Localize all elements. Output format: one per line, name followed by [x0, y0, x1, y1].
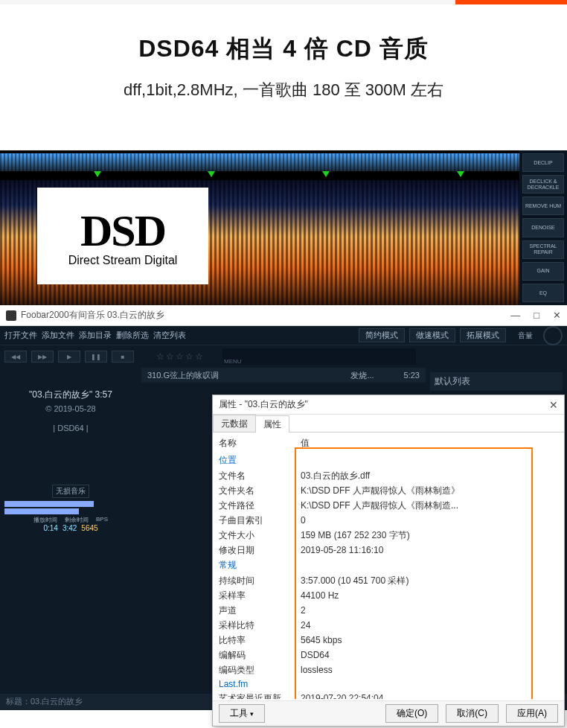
- spectral-repair-button[interactable]: SPECTRAL REPAIR: [522, 240, 564, 259]
- track-date: © 2019-05-28: [4, 404, 137, 413]
- ok-button[interactable]: 确定(O): [385, 704, 438, 723]
- simple-mode-button[interactable]: 简约模式: [359, 328, 405, 342]
- vu-meters: 播放时间 剩余时间 BPS 0:14 3:42 5645: [4, 501, 137, 532]
- moddate-label: 修改日期: [219, 543, 301, 557]
- close-button[interactable]: ✕: [553, 310, 561, 321]
- spectral-tools: DECLIP DECLICK & DECRACKLE REMOVE HUM DE…: [519, 150, 567, 305]
- rating-stars[interactable]: ☆☆☆☆☆: [156, 351, 205, 362]
- folder-value: K:\DSD DFF 人声靓得惊人《雨林制造》: [301, 484, 558, 497]
- prev-button[interactable]: ◀◀: [4, 351, 27, 363]
- clear-list-menu[interactable]: 清空列表: [153, 330, 186, 341]
- bps-label: BPS: [96, 516, 108, 524]
- song-artist: 发烧...: [350, 370, 374, 381]
- path-value: K:\DSD DFF 人声靓得惊人《雨林制造...: [301, 499, 558, 512]
- enctype-label: 编码类型: [219, 663, 301, 677]
- samplerate-value: 44100 Hz: [301, 589, 558, 602]
- tab-metadata[interactable]: 元数据: [213, 415, 256, 432]
- declick-button[interactable]: DECLICK & DECRACKLE: [522, 175, 564, 194]
- bitrate-label: 比特率: [219, 633, 301, 647]
- remain-label: 剩余时间: [65, 516, 89, 524]
- loop-markers: [0, 171, 519, 179]
- format-badge: | DSD64 |: [4, 424, 137, 432]
- add-folder-menu[interactable]: 添加目录: [79, 330, 112, 341]
- samplebits-value: 24: [301, 619, 558, 632]
- dialog-titlebar[interactable]: 属性 - "03.白云的故乡" ✕: [213, 395, 564, 415]
- remove-selected-menu[interactable]: 删除所选: [116, 330, 149, 341]
- add-file-menu[interactable]: 添加文件: [42, 330, 74, 341]
- section-lastfm: Last.fm: [219, 677, 558, 691]
- filesize-value: 159 MB (167 252 230 字节): [301, 529, 558, 542]
- minimize-button[interactable]: —: [510, 310, 520, 321]
- col-name-header: 名称: [219, 437, 301, 450]
- extend-mode-button[interactable]: 拓展模式: [460, 328, 506, 342]
- subidx-label: 子曲目索引: [219, 514, 301, 527]
- pause-button[interactable]: ❚❚: [85, 351, 107, 363]
- dsd-logo-text: DSD: [80, 205, 165, 257]
- declip-button[interactable]: DECLIP: [522, 153, 564, 172]
- dialog-content: 名称值 位置 文件名03.白云的故乡.dff 文件夹名K:\DSD DFF 人声…: [214, 432, 563, 699]
- filesize-label: 文件大小: [219, 529, 301, 542]
- duration-label: 持续时间: [219, 574, 301, 587]
- maximize-button[interactable]: □: [534, 310, 539, 321]
- codec-label: 编解码: [219, 648, 301, 662]
- samplerate-label: 采样率: [219, 589, 301, 602]
- waveform-strip: [0, 153, 519, 171]
- apply-button[interactable]: 应用(A): [506, 704, 558, 723]
- dsd-logo-subtitle: Direct Stream Digital: [68, 254, 178, 267]
- filename-label: 文件名: [219, 469, 301, 482]
- next-button[interactable]: ▶▶: [31, 351, 54, 363]
- song-duration: 5:23: [404, 371, 420, 380]
- properties-dialog: 属性 - "03.白云的故乡" ✕ 元数据 属性 名称值 位置 文件名03.白云…: [212, 395, 565, 727]
- window-titlebar[interactable]: Foobar2000有间音乐 03.白云的故乡 — □ ✕: [0, 305, 567, 326]
- window-title: Foobar2000有间音乐 03.白云的故乡: [21, 309, 164, 322]
- open-file-menu[interactable]: 打开文件: [4, 330, 37, 341]
- menu-label[interactable]: MENU: [224, 358, 242, 365]
- col-value-header: 值: [301, 437, 558, 450]
- tab-attributes[interactable]: 属性: [255, 415, 289, 432]
- dialog-title: 属性 - "03.白云的故乡": [219, 398, 308, 411]
- channels-value: 2: [301, 604, 558, 617]
- headline-subtitle: dff,1bit,2.8MHz, 一首歌曲 180 至 300M 左右: [0, 79, 567, 101]
- dialog-close-button[interactable]: ✕: [549, 399, 558, 411]
- elapsed-time: 0:14: [43, 524, 57, 532]
- stop-button[interactable]: ■: [112, 351, 134, 363]
- cancel-button[interactable]: 取消(C): [446, 704, 499, 723]
- song-name: 310.G弦上的咏叹调: [147, 370, 350, 381]
- remain-time: 3:42: [63, 524, 77, 532]
- dialog-footer: 工具 确定(O) 取消(C) 应用(A): [213, 700, 564, 726]
- active-tab-indicator: [455, 0, 567, 4]
- spectrum-analyzer: MENU: [222, 348, 416, 365]
- section-general: 常规: [219, 558, 558, 573]
- samplebits-label: 采样比特: [219, 619, 301, 632]
- gain-button[interactable]: GAIN: [522, 262, 564, 281]
- volume-label: 音量: [518, 331, 533, 341]
- section-location: 位置: [219, 453, 558, 468]
- spectrogram-panel: DECLIP DECLICK & DECRACKLE REMOVE HUM DE…: [0, 150, 567, 305]
- playlist-row[interactable]: 310.G弦上的咏叹调 发烧... 5:23: [141, 368, 426, 383]
- tools-button[interactable]: 工具: [219, 704, 265, 723]
- headline-title: DSD64 相当 4 倍 CD 音质: [0, 33, 567, 66]
- eq-button[interactable]: EQ: [522, 284, 564, 302]
- main-toolbar: 打开文件 添加文件 添加目录 删除所选 清空列表 简约模式 做速模式 拓展模式 …: [0, 326, 567, 345]
- quick-mode-button[interactable]: 做速模式: [409, 328, 455, 342]
- bitrate-value: 5645 kbps: [301, 633, 558, 647]
- elapsed-label: 播放时间: [33, 516, 57, 524]
- track-title: "03.白云的故乡" 3:57: [4, 389, 137, 401]
- denoise-button[interactable]: DENOISE: [522, 218, 564, 237]
- lossless-badge: 无损音乐: [52, 485, 89, 498]
- folder-label: 文件夹名: [219, 484, 301, 497]
- removehum-button[interactable]: REMOVE HUM: [522, 197, 564, 215]
- app-icon: [6, 310, 16, 321]
- artist-updated-value: 2019-07-20 22:54:04: [301, 692, 558, 699]
- playback-row: ◀◀ ▶▶ ▶ ❚❚ ■ ☆☆☆☆☆ MENU: [0, 345, 567, 368]
- codec-value: DSD64: [301, 648, 558, 662]
- filename-value: 03.白云的故乡.dff: [301, 469, 558, 482]
- subidx-value: 0: [301, 514, 558, 527]
- playlist-name[interactable]: 默认列表: [430, 372, 563, 391]
- play-button[interactable]: ▶: [58, 351, 80, 363]
- dialog-tabs: 元数据 属性: [213, 415, 564, 432]
- path-label: 文件路径: [219, 499, 301, 512]
- volume-knob[interactable]: [543, 326, 563, 345]
- now-playing-panel: "03.白云的故乡" 3:57 © 2019-05-28 | DSD64 | 无…: [0, 368, 141, 710]
- moddate-value: 2019-05-28 11:16:10: [301, 543, 558, 557]
